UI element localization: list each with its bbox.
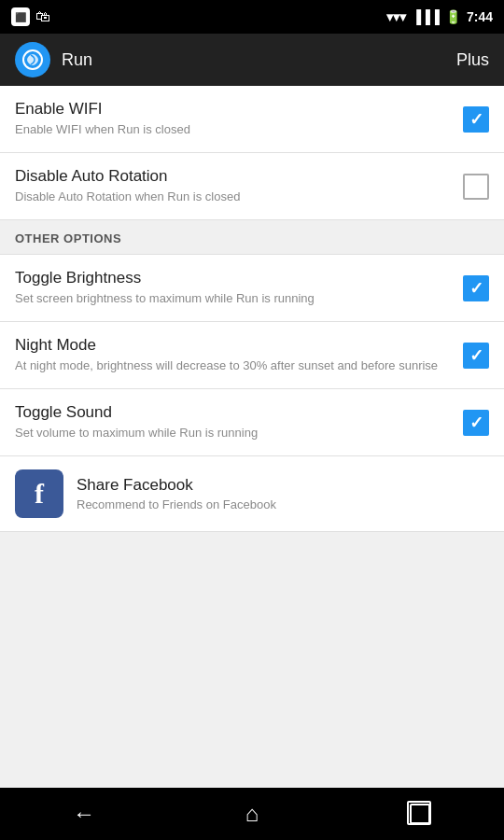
recents-button[interactable] [392, 795, 448, 833]
back-button[interactable] [56, 795, 112, 833]
suitcase-icon: 🛍 [35, 8, 50, 25]
enable-wifi-text: Enable WIFI Enable WIFI when Run is clos… [15, 100, 463, 138]
status-icons-left: 🛍 [11, 7, 50, 26]
night-mode-item[interactable]: Night Mode At night mode, brightness wil… [0, 322, 504, 389]
enable-wifi-checkbox[interactable] [463, 106, 489, 133]
enable-wifi-desc: Enable WIFI when Run is closed [15, 121, 448, 138]
status-bar: 🛍 ▾▾▾ ▐▐▐ 🔋 7:44 [0, 0, 504, 34]
disable-rotation-desc: Disable Auto Rotation when Run is closed [15, 189, 448, 205]
night-mode-text: Night Mode At night mode, brightness wil… [15, 336, 463, 374]
back-icon [73, 801, 95, 827]
recents-icon [410, 804, 430, 824]
toggle-sound-item[interactable]: Toggle Sound Set volume to maximum while… [0, 389, 504, 456]
disable-rotation-title: Disable Auto Rotation [15, 167, 448, 186]
enable-wifi-item[interactable]: Enable WIFI Enable WIFI when Run is clos… [0, 86, 504, 153]
enable-wifi-title: Enable WIFI [15, 100, 448, 119]
toggle-brightness-desc: Set screen brightness to maximum while R… [15, 290, 448, 307]
app-bar: Run Plus [0, 34, 504, 86]
facebook-title: Share Facebook [77, 476, 276, 495]
disable-rotation-item[interactable]: Disable Auto Rotation Disable Auto Rotat… [0, 153, 504, 220]
app-title: Run [62, 50, 456, 70]
toggle-sound-title: Toggle Sound [15, 403, 448, 422]
wifi-icon: ▾▾▾ [386, 9, 406, 24]
facebook-share-item[interactable]: f Share Facebook Recommend to Friends on… [0, 456, 504, 532]
night-mode-desc: At night mode, brightness will decrease … [15, 357, 448, 374]
time-display: 7:44 [467, 9, 493, 24]
bbm-icon [11, 7, 30, 26]
section-header-label: OTHER OPTIONS [15, 231, 121, 245]
toggle-sound-desc: Set volume to maximum while Run is runni… [15, 425, 448, 441]
other-options-header: OTHER OPTIONS [0, 220, 504, 255]
facebook-desc: Recommend to Friends on Facebook [77, 497, 276, 511]
toggle-sound-text: Toggle Sound Set volume to maximum while… [15, 403, 463, 441]
toggle-brightness-checkbox[interactable] [463, 275, 489, 301]
home-button[interactable] [224, 795, 280, 833]
battery-icon: 🔋 [445, 9, 461, 24]
night-mode-checkbox[interactable] [463, 343, 489, 369]
signal-icon: ▐▐▐ [412, 9, 440, 24]
facebook-logo-icon: f [15, 469, 63, 518]
night-mode-title: Night Mode [15, 336, 448, 355]
disable-rotation-checkbox[interactable] [463, 174, 489, 200]
settings-content: Enable WIFI Enable WIFI when Run is clos… [0, 86, 504, 788]
app-logo [15, 42, 50, 77]
toggle-brightness-item[interactable]: Toggle Brightness Set screen brightness … [0, 255, 504, 322]
toggle-brightness-text: Toggle Brightness Set screen brightness … [15, 269, 463, 307]
app-subtitle: Plus [456, 50, 489, 70]
status-icons-right: ▾▾▾ ▐▐▐ 🔋 7:44 [386, 9, 493, 24]
facebook-text: Share Facebook Recommend to Friends on F… [77, 476, 276, 511]
home-icon [245, 801, 259, 827]
disable-rotation-text: Disable Auto Rotation Disable Auto Rotat… [15, 167, 463, 205]
toggle-sound-checkbox[interactable] [463, 410, 489, 436]
navigation-bar [0, 788, 504, 840]
toggle-brightness-title: Toggle Brightness [15, 269, 448, 287]
